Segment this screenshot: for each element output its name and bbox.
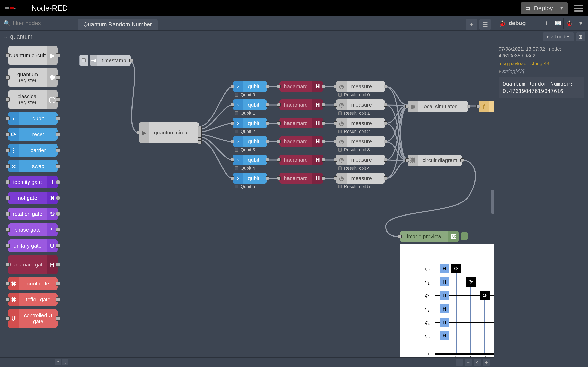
hadamard-node-2[interactable]: hadamardH	[279, 118, 323, 128]
debug-timestamp: 07/08/2021, 18:07:02 node:	[499, 46, 584, 52]
measure-node-1[interactable]: ◔measure	[336, 100, 385, 110]
svg-point-2	[14, 8, 16, 9]
palette-node-swap[interactable]: ⤨swap	[8, 160, 58, 173]
inject-node-timestamp[interactable]: ⇥ timestamp	[90, 55, 131, 66]
palette-node-controlled-U-gate[interactable]: Ucontrolled U gate	[8, 309, 58, 328]
info-tab-button[interactable]: i	[541, 17, 552, 29]
debug-messages: 07/08/2021, 18:07:02 node: 42610e35.bd8e…	[494, 43, 588, 367]
palette-node-reset[interactable]: ⟳reset	[8, 128, 58, 141]
main-menu-button[interactable]	[574, 5, 583, 12]
app-logo	[5, 4, 29, 12]
hadamard-node-5[interactable]: hadamardH	[279, 173, 323, 184]
filter-all-nodes-button[interactable]: ▾ all nodes	[543, 32, 574, 41]
gauge-icon: ◔	[336, 155, 347, 165]
bug-icon: 🐞	[499, 20, 506, 27]
palette-node-list: quantum circuit▶quantum register✺classic…	[0, 43, 71, 357]
circuit-preview-image: q0H⟳q1H⟳q2H⟳q3H⟳q4H⟳q5H⟳c6012345	[400, 244, 494, 367]
palette-collapse-down-button[interactable]: ⌄	[62, 359, 68, 365]
debug-node-id[interactable]: 42610e35.bd8e2	[499, 53, 584, 59]
measure-status-4: Result: cbit 4	[338, 166, 370, 171]
deploy-button[interactable]: ⇉ Deploy ▼	[521, 2, 568, 14]
palette-node-barrier[interactable]: ⋮barrier	[8, 144, 58, 157]
flow-list-button[interactable]: ☰	[479, 19, 491, 30]
flow-tab[interactable]: Quantum Random Number	[78, 19, 158, 30]
palette-node-unitary-gate[interactable]: unitary gateU	[8, 239, 58, 252]
circuit-qubit-label-1: q1	[425, 279, 430, 286]
qubit-node-2[interactable]: ›qubit	[233, 118, 267, 128]
palette-node-hadamard-gate[interactable]: hadamard gateH	[8, 255, 58, 274]
qubit-node-0[interactable]: ›qubit	[233, 81, 267, 92]
circuit-diagram-node[interactable]: 🖼 circuit diagram	[407, 155, 462, 166]
zoom-reset-button[interactable]: ○	[474, 359, 481, 366]
gauge-icon: ◔	[336, 81, 347, 92]
measure-status-1: Result: cbit 1	[338, 110, 370, 116]
palette-node-identity-gate[interactable]: identity gateI	[8, 176, 58, 188]
clear-debug-button[interactable]: 🗑	[576, 32, 585, 41]
palette-node-label: quantum register	[8, 72, 47, 83]
qubit-node-4[interactable]: ›qubit	[233, 155, 267, 165]
debug-msg-type[interactable]: ▸string[43]	[499, 68, 584, 75]
qubit-node-3[interactable]: ›qubit	[233, 136, 267, 147]
circuit-hadamard-4: H	[440, 318, 449, 327]
debug-tab-button[interactable]: 🐞	[563, 17, 575, 29]
hadamard-node-0[interactable]: hadamardH	[279, 81, 323, 92]
palette-node-classical-register[interactable]: classical register◯	[8, 90, 58, 109]
hadamard-node-1[interactable]: hadamardH	[279, 100, 323, 110]
gauge-icon: ◔	[336, 136, 347, 147]
chip-icon: ▦	[407, 101, 418, 112]
navigator-button[interactable]: ▢	[456, 359, 463, 366]
palette-node-phase-gate[interactable]: phase gate¶	[8, 224, 58, 236]
measure-node-3[interactable]: ◔measure	[336, 136, 385, 147]
palette-node-qubit[interactable]: ›qubit	[8, 112, 58, 125]
measure-node-2[interactable]: ◔measure	[336, 118, 385, 128]
image-preview-node[interactable]: image preview 🖼	[400, 231, 458, 242]
zoom-out-button[interactable]: −	[465, 359, 472, 366]
palette-node-label: swap	[19, 163, 58, 169]
measure-node-0[interactable]: ◔measure	[336, 81, 385, 92]
palette-node-label: qubit	[19, 116, 58, 122]
palette-node-cnot-gate[interactable]: ✖cnot gate	[8, 277, 58, 290]
qubit-status-0: Qubit 0	[235, 92, 255, 98]
circuit-measure-1: ⟳	[466, 277, 476, 287]
canvas-scrollbar[interactable]	[491, 31, 494, 367]
sidebar-menu-button[interactable]: ▾	[575, 17, 586, 29]
help-tab-button[interactable]: 📖	[552, 17, 563, 29]
workspace-tabs: Quantum Random Number ＋ ☰	[71, 16, 494, 31]
local-simulator-node[interactable]: ▦ local simulator	[407, 101, 468, 112]
flow-canvas[interactable]: ⇥ timestamp ▶ quantum circuit /* rows ge…	[71, 31, 494, 367]
palette-node-not-gate[interactable]: not gate✖	[8, 192, 58, 204]
search-placeholder: filter nodes	[13, 20, 41, 26]
measure-node-4[interactable]: ◔measure	[336, 155, 385, 165]
palette-node-label: cnot gate	[19, 281, 58, 287]
palette-node-toffoli-gate[interactable]: ✖toffoli gate	[8, 293, 58, 306]
palette-node-rotation-gate[interactable]: rotation gate↻	[8, 208, 58, 220]
chevron-right-icon: ›	[233, 81, 243, 92]
measure-status-5: Result: cbit 5	[338, 184, 370, 189]
circuit-hadamard-5: H	[440, 331, 449, 340]
zoom-in-button[interactable]: ＋	[483, 359, 490, 366]
deploy-label: Deploy	[534, 5, 553, 12]
measure-node-5[interactable]: ◔measure	[336, 173, 385, 184]
palette-collapse-up-button[interactable]: ⌃	[55, 359, 61, 365]
circuit-hadamard-0: H	[440, 264, 449, 273]
qubit-status-3: Qubit 3	[235, 147, 255, 152]
gauge-icon: ◔	[336, 100, 347, 110]
qubit-node-1[interactable]: ›qubit	[233, 100, 267, 110]
palette-node-quantum-circuit[interactable]: quantum circuit▶	[8, 46, 58, 65]
debug-msg-path: msg.payload : string[43]	[499, 61, 584, 67]
hadamard-node-3[interactable]: hadamardH	[279, 136, 323, 147]
palette-node-label: not gate	[8, 195, 47, 201]
qubit-node-5[interactable]: ›qubit	[233, 173, 267, 184]
hadamard-node-4[interactable]: hadamardH	[279, 155, 323, 165]
svg-rect-1	[10, 7, 14, 9]
add-flow-button[interactable]: ＋	[466, 19, 477, 30]
palette-category-quantum[interactable]: ⌄ quantum	[0, 31, 71, 43]
palette-node-quantum-register[interactable]: quantum register✺	[8, 68, 58, 87]
palette-search[interactable]: 🔍 filter nodes	[0, 16, 71, 31]
circuit-measure-2: ⟳	[480, 291, 490, 300]
workspace-footer: ▢ − ○ ＋	[71, 357, 494, 367]
debug-sidebar: 🐞 debug i 📖 🐞 ▾ ▾ all nodes 🗑 07/08/2021…	[494, 16, 588, 367]
quantum-circuit-node[interactable]: ▶ quantum circuit	[139, 122, 199, 143]
inject-button[interactable]	[79, 55, 88, 66]
image-preview-status	[461, 233, 468, 240]
